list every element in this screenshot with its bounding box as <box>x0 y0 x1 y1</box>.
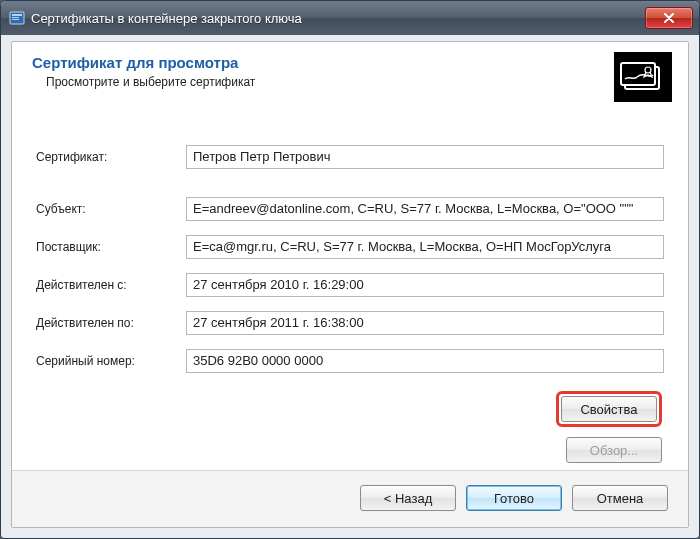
wizard-header: Сертификат для просмотра Просмотрите и в… <box>12 42 688 117</box>
label-certificate: Сертификат: <box>36 150 186 164</box>
row-certificate: Сертификат: <box>36 145 664 169</box>
row-valid-to: Действителен по: <box>36 311 664 335</box>
cancel-button[interactable]: Отмена <box>572 485 668 511</box>
input-certificate[interactable] <box>186 145 664 169</box>
input-valid-from[interactable] <box>186 273 664 297</box>
row-valid-from: Действителен с: <box>36 273 664 297</box>
titlebar: Сертификаты в контейнере закрытого ключа <box>1 1 699 35</box>
properties-highlight: Свойства <box>556 391 662 427</box>
close-icon <box>663 13 675 23</box>
finish-button[interactable]: Готово <box>466 485 562 511</box>
label-valid-from: Действителен с: <box>36 278 186 292</box>
row-subject: Субъект: <box>36 197 664 221</box>
wizard-panel: Сертификат для просмотра Просмотрите и в… <box>11 41 689 528</box>
label-valid-to: Действителен по: <box>36 316 186 330</box>
browse-button[interactable]: Обзор... <box>566 437 662 463</box>
window-close-button[interactable] <box>645 7 693 29</box>
wizard-header-texts: Сертификат для просмотра Просмотрите и в… <box>32 52 614 89</box>
svg-rect-5 <box>621 63 655 85</box>
window-frame: Сертификаты в контейнере закрытого ключа… <box>0 0 700 539</box>
svg-rect-2 <box>12 17 19 18</box>
wizard-title: Сертификат для просмотра <box>32 54 614 71</box>
form-area: Сертификат: Субъект: Поставщик: Действит… <box>12 117 688 473</box>
label-issuer: Поставщик: <box>36 240 186 254</box>
svg-rect-1 <box>12 14 22 16</box>
wizard-footer: < Назад Готово Отмена <box>12 470 688 527</box>
label-subject: Субъект: <box>36 202 186 216</box>
input-serial[interactable] <box>186 349 664 373</box>
svg-rect-3 <box>12 19 19 20</box>
label-serial: Серийный номер: <box>36 354 186 368</box>
row-issuer: Поставщик: <box>36 235 664 259</box>
input-valid-to[interactable] <box>186 311 664 335</box>
input-subject[interactable] <box>186 197 664 221</box>
certificate-icon <box>614 52 672 102</box>
window-title: Сертификаты в контейнере закрытого ключа <box>31 11 645 26</box>
back-button[interactable]: < Назад <box>360 485 456 511</box>
wizard-subtitle: Просмотрите и выберите сертификат <box>46 75 614 89</box>
side-buttons: Свойства Обзор... <box>36 391 664 463</box>
properties-button[interactable]: Свойства <box>561 396 657 422</box>
app-icon <box>9 10 25 26</box>
input-issuer[interactable] <box>186 235 664 259</box>
row-serial: Серийный номер: <box>36 349 664 373</box>
